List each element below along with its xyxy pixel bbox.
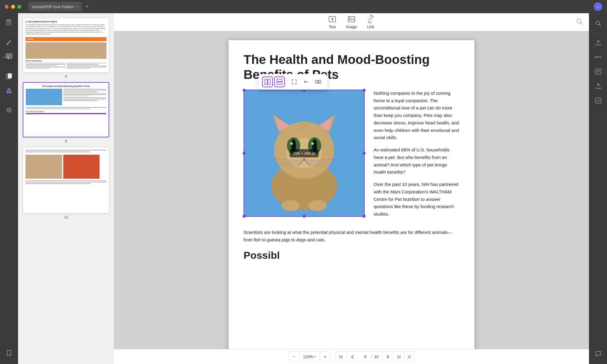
sidebar-item-pages[interactable] [2,70,16,83]
layers-icon [6,107,12,115]
handle-mid-right[interactable] [363,152,366,155]
titlebar: samplePDF-lock-Flatten × + A [0,0,607,13]
handle-bottom-left[interactable] [243,215,246,218]
thumb-8-img [25,42,106,59]
thumb-9-text [63,89,106,105]
svg-rect-62 [596,69,601,74]
right-comment-icon[interactable] [592,347,605,360]
active-indicator [4,57,5,58]
text-tool-label: Text [329,25,336,29]
toolbar-link-item[interactable]: Link [366,15,375,29]
bookmark-icon [6,350,12,358]
thumb-content-10 [23,147,109,213]
handle-bottom-right[interactable] [363,215,366,218]
sidebar-item-bookmark[interactable] [2,347,16,360]
img-tool-btn-5[interactable] [313,76,324,87]
svg-rect-17 [7,91,11,92]
thumb-card-10[interactable] [23,147,109,213]
page-separator: / [371,354,372,359]
img-tool-divider-1 [287,78,287,85]
close-button[interactable] [5,5,9,9]
thumb-9-bottom: Possible Health Effects [26,107,106,124]
pages-icon [6,73,12,81]
brush-icon [6,39,12,47]
zoom-controls: − 110% ▾ + [288,351,331,362]
thumb-10-text [25,181,106,184]
content-area: T Text Image Link [114,13,589,364]
pdf-bottom-text: Scientists are looking at what the poten… [244,229,459,244]
right-sidebar: PDF/A [589,13,607,364]
thumb-9-number: 9 [65,139,67,143]
page-nav-close-button[interactable] [404,351,414,362]
right-upload-icon[interactable] [592,36,605,49]
thumb-10-images [25,155,106,179]
right-security-icon[interactable] [592,65,605,78]
page-first-button[interactable] [336,351,347,362]
thumb-card-9[interactable]: The Health and Mood-Boosting Benefits of… [23,82,109,137]
page-navigation: 9 / 10 [336,351,415,362]
toolbar-text-item[interactable]: T Text [328,15,336,29]
right-search-icon[interactable] [592,17,605,30]
svg-rect-28 [277,79,282,82]
zoom-out-button[interactable]: − [289,351,299,362]
minimize-button[interactable] [11,5,15,9]
document-icon [6,19,12,28]
pdf-content-row: 266 × 266 pt [244,90,459,223]
thumb-card-8[interactable]: 3. THE COMPOSITION OF POINTS The composi… [23,18,109,73]
handle-mid-left[interactable] [243,152,246,155]
toolbar-image-item[interactable]: Image [346,15,357,29]
svg-point-18 [8,89,10,90]
right-divider-1 [594,33,603,33]
zoom-in-button[interactable]: + [320,351,330,362]
img-tool-btn-3[interactable] [289,76,300,87]
img-tool-btn-1[interactable] [262,76,273,87]
active-tab[interactable]: samplePDF-lock-Flatten × [28,2,82,11]
svg-point-55 [309,200,327,211]
handle-top-right[interactable] [363,89,366,92]
search-button[interactable] [576,18,583,26]
sidebar-item-layers[interactable] [2,104,16,117]
total-pages: 10 [374,354,378,359]
sidebar-item-brush[interactable] [2,36,16,49]
right-pdfa-icon[interactable]: PDF/A [592,51,605,64]
current-page-input[interactable]: 9 [361,354,369,359]
page-last-button[interactable] [393,351,404,362]
handle-top-left[interactable] [243,89,246,92]
svg-line-61 [599,24,601,26]
right-check-icon[interactable] [592,94,605,107]
left-sidebar [0,13,18,364]
thumb-9-section: Possible Health Effects [26,111,106,112]
pdf-section-title: Possibl [244,249,459,261]
pdf-paragraph-1: Nothing compares to the joy of coming ho… [374,90,459,142]
img-tool-btn-2[interactable] [274,76,285,87]
thumb-8-title: 3. THE COMPOSITION OF POINTS [25,21,106,23]
selected-image-wrapper[interactable]: 266 × 266 pt [244,90,365,217]
svg-rect-29 [277,82,282,85]
pdf-text-column: Nothing compares to the joy of coming ho… [374,90,459,223]
thumbnail-page-8[interactable]: 3. THE COMPOSITION OF POINTS The composi… [22,18,110,79]
zoom-display[interactable]: 110% ▾ [299,352,320,362]
sidebar-divider-3 [4,101,13,101]
thumbnail-page-10[interactable]: 10 [22,147,110,219]
link-tool-icon [366,15,375,23]
tab-close-icon[interactable]: × [76,5,78,8]
pdf-canvas[interactable]: The Health and Mood-Boosting Benefits of… [114,31,589,349]
page-display: 9 / 10 [357,352,382,362]
sidebar-divider-1 [4,33,13,33]
avatar: A [594,2,602,11]
maximize-button[interactable] [17,5,21,9]
thumbnail-page-9[interactable]: The Health and Mood-Boosting Benefits of… [22,82,110,143]
sidebar-item-annotation[interactable] [2,51,16,64]
svg-point-23 [349,18,351,19]
sidebar-item-stamp[interactable] [2,85,16,98]
right-share-icon[interactable] [592,79,605,93]
svg-rect-3 [7,20,11,21]
svg-rect-22 [348,16,355,22]
page-next-button[interactable] [382,351,393,362]
handle-bottom-mid[interactable] [303,215,306,218]
img-tool-btn-4[interactable] [301,76,312,87]
thumb-8-columns [25,63,106,69]
sidebar-item-document[interactable] [2,17,16,30]
page-prev-button[interactable] [347,351,357,362]
new-tab-button[interactable]: + [85,4,89,10]
